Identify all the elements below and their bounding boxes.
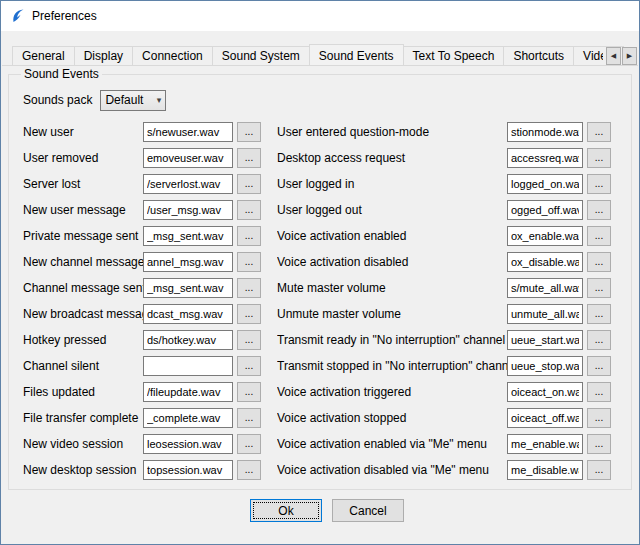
sound-file-input[interactable] [507, 460, 583, 480]
sound-file-input[interactable] [507, 330, 583, 350]
browse-button[interactable]: ... [587, 330, 611, 350]
sound-file-input[interactable] [143, 356, 233, 376]
tab-scroll-right-icon[interactable]: ▶ [622, 47, 637, 65]
sound-file-input[interactable] [507, 408, 583, 428]
event-row: New user message... [23, 197, 261, 223]
browse-button[interactable]: ... [587, 356, 611, 376]
browse-button[interactable]: ... [237, 200, 261, 220]
sound-file-input[interactable] [143, 122, 233, 142]
sound-file-input[interactable] [143, 408, 233, 428]
tab-sound-events[interactable]: Sound Events [309, 44, 404, 66]
tab-text-to-speech[interactable]: Text To Speech [403, 46, 505, 65]
tab-bar: General Display Connection Sound System … [2, 44, 638, 66]
dialog-buttons: Ok Cancel [15, 499, 639, 522]
event-row: Files updated... [23, 379, 261, 405]
browse-button[interactable]: ... [587, 200, 611, 220]
sound-file-input[interactable] [507, 174, 583, 194]
tab-display[interactable]: Display [74, 46, 133, 65]
sound-file-input[interactable] [507, 148, 583, 168]
sound-file-input[interactable] [143, 200, 233, 220]
event-row: Unmute master volume... [277, 301, 611, 327]
sound-file-input[interactable] [507, 226, 583, 246]
sound-file-input[interactable] [143, 252, 233, 272]
sound-file-input[interactable] [507, 278, 583, 298]
browse-button[interactable]: ... [587, 252, 611, 272]
sound-file-input[interactable] [143, 278, 233, 298]
browse-button[interactable]: ... [587, 122, 611, 142]
browse-button[interactable]: ... [587, 278, 611, 298]
sound-file-input[interactable] [507, 252, 583, 272]
sound-file-input[interactable] [143, 226, 233, 246]
sounds-pack-select[interactable]: Default ▾ [100, 90, 166, 111]
browse-button[interactable]: ... [587, 174, 611, 194]
event-label: User logged out [277, 203, 507, 217]
event-row: Channel message sent... [23, 275, 261, 301]
sound-file-input[interactable] [143, 330, 233, 350]
event-label: New video session [23, 437, 143, 451]
sound-file-input[interactable] [507, 122, 583, 142]
event-label: Channel message sent [23, 281, 143, 295]
event-label: New user [23, 125, 143, 139]
sound-file-input[interactable] [507, 434, 583, 454]
browse-button[interactable]: ... [587, 148, 611, 168]
browse-button[interactable]: ... [237, 356, 261, 376]
sounds-pack-value: Default [105, 93, 143, 107]
event-row: File transfer complete... [23, 405, 261, 431]
cancel-button[interactable]: Cancel [332, 499, 404, 522]
tab-connection[interactable]: Connection [132, 46, 213, 65]
browse-button[interactable]: ... [237, 330, 261, 350]
browse-button[interactable]: ... [587, 434, 611, 454]
sound-file-input[interactable] [143, 174, 233, 194]
event-label: User removed [23, 151, 143, 165]
browse-button[interactable]: ... [237, 174, 261, 194]
sound-file-input[interactable] [143, 460, 233, 480]
browse-button[interactable]: ... [237, 226, 261, 246]
sound-file-input[interactable] [507, 304, 583, 324]
tab-sound-system[interactable]: Sound System [212, 46, 310, 65]
event-label: Voice activation triggered [277, 385, 507, 399]
sound-file-input[interactable] [143, 304, 233, 324]
tab-scroll-control: ◀ ▶ [603, 47, 637, 65]
tab-scroll-left-icon[interactable]: ◀ [606, 47, 621, 65]
sound-file-input[interactable] [143, 148, 233, 168]
tab-general[interactable]: General [12, 46, 75, 65]
titlebar[interactable]: Preferences [1, 1, 639, 31]
browse-button[interactable]: ... [587, 460, 611, 480]
sound-file-input[interactable] [143, 434, 233, 454]
ok-button[interactable]: Ok [250, 499, 322, 522]
sounds-pack-row: Sounds pack Default ▾ [23, 87, 623, 113]
browse-button[interactable]: ... [237, 382, 261, 402]
sound-file-input[interactable] [507, 356, 583, 376]
event-label: Transmit stopped in "No interruption" ch… [277, 359, 507, 373]
event-label: New channel message [23, 255, 143, 269]
event-row: Server lost... [23, 171, 261, 197]
browse-button[interactable]: ... [587, 304, 611, 324]
event-label: Voice activation disabled [277, 255, 507, 269]
browse-button[interactable]: ... [237, 460, 261, 480]
browse-button[interactable]: ... [237, 434, 261, 454]
browse-button[interactable]: ... [237, 304, 261, 324]
browse-button[interactable]: ... [587, 408, 611, 428]
event-row: New channel message... [23, 249, 261, 275]
event-label: User entered question-mode [277, 125, 507, 139]
browse-button[interactable]: ... [587, 226, 611, 246]
event-label: New user message [23, 203, 143, 217]
sound-file-input[interactable] [507, 382, 583, 402]
event-row: User entered question-mode... [277, 119, 611, 145]
event-row: Transmit ready in "No interruption" chan… [277, 327, 611, 353]
event-row: New user... [23, 119, 261, 145]
browse-button[interactable]: ... [237, 252, 261, 272]
event-row: New broadcast message... [23, 301, 261, 327]
event-row: Hotkey pressed... [23, 327, 261, 353]
event-row: New video session... [23, 431, 261, 457]
sound-file-input[interactable] [507, 200, 583, 220]
sound-file-input[interactable] [143, 382, 233, 402]
browse-button[interactable]: ... [237, 122, 261, 142]
browse-button[interactable]: ... [237, 278, 261, 298]
event-row: Voice activation stopped... [277, 405, 611, 431]
browse-button[interactable]: ... [587, 382, 611, 402]
browse-button[interactable]: ... [237, 408, 261, 428]
event-label: Voice activation enabled via "Me" menu [277, 437, 507, 451]
browse-button[interactable]: ... [237, 148, 261, 168]
tab-shortcuts[interactable]: Shortcuts [503, 46, 574, 65]
